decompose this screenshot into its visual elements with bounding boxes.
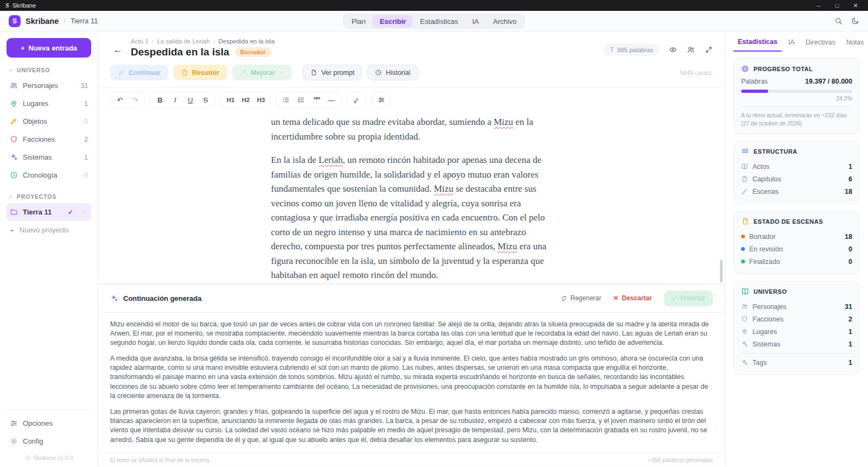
- strikethrough-button[interactable]: S: [199, 93, 213, 106]
- dark-mode-icon[interactable]: [851, 17, 859, 25]
- nav-tab-estadisticas[interactable]: Estadísticas: [413, 15, 465, 27]
- pen-icon: [118, 69, 125, 76]
- opciones-button[interactable]: Opciones: [7, 414, 91, 432]
- resumir-button[interactable]: Resumir: [174, 65, 227, 80]
- ai-generated-count: ~356 palabras generadas: [648, 457, 713, 463]
- tag-sparkles-icon: [741, 359, 748, 366]
- pen-icon: [741, 188, 748, 195]
- sidebar-item-sistemas[interactable]: Sistemas 1: [7, 148, 91, 166]
- ai-footer-note: El texto se añadirá al final de la escen…: [110, 457, 209, 463]
- back-button[interactable]: ←: [110, 42, 125, 58]
- tab-ia[interactable]: IA: [784, 39, 799, 51]
- universo-section-header[interactable]: UNIVERSO: [8, 67, 90, 73]
- project-item-tierra-11[interactable]: Tierra 11 ✓: [7, 203, 91, 221]
- breadcrumb-capitulo[interactable]: La salida de Leriah: [157, 38, 209, 45]
- highlighter-button[interactable]: [349, 93, 363, 106]
- check-icon: ✓: [68, 209, 73, 216]
- map-pin-icon: [10, 99, 18, 108]
- bold-button[interactable]: B: [153, 93, 167, 106]
- historial-button[interactable]: Historial: [367, 65, 418, 80]
- sidebar-item-personajes[interactable]: Personajes 31: [7, 77, 91, 94]
- sidebar-item-facciones[interactable]: Facciones 2: [7, 130, 91, 148]
- descartar-button[interactable]: ✕ Descartar: [613, 294, 652, 302]
- heading3-button[interactable]: H3: [254, 93, 268, 106]
- maximize-button[interactable]: □: [828, 0, 846, 11]
- stat-row-actos: Actos 1: [741, 160, 852, 173]
- search-icon[interactable]: [834, 17, 843, 25]
- underline-button[interactable]: U: [183, 93, 197, 106]
- item-count: 2: [84, 136, 88, 143]
- shield-icon: [10, 135, 18, 143]
- config-button[interactable]: Config: [7, 432, 91, 450]
- stats-tabs: Estadísticas IA Directivas Notas: [733, 31, 860, 52]
- scene-title[interactable]: Despedida en la isla: [131, 46, 229, 58]
- collaborators-icon[interactable]: [687, 46, 695, 54]
- new-entry-button[interactable]: + Nueva entrada: [7, 38, 91, 58]
- editor-settings-button[interactable]: [374, 93, 388, 106]
- tab-directivas[interactable]: Directivas: [801, 39, 840, 51]
- redo-button[interactable]: ↷: [128, 93, 142, 106]
- tab-notas[interactable]: Notas: [842, 39, 868, 51]
- close-button[interactable]: ✕: [846, 0, 865, 11]
- plus-icon: +: [21, 44, 25, 52]
- preview-eye-icon[interactable]: [669, 46, 677, 54]
- mejorar-button[interactable]: Mejorar: [232, 65, 292, 80]
- undo-button[interactable]: ↶: [113, 93, 127, 106]
- chevron-down-icon: [8, 194, 14, 200]
- stat-row-sistemas: Sistemas 1: [741, 338, 852, 350]
- proyectos-section-header[interactable]: PROYECTOS: [8, 193, 90, 200]
- scene-paragraph: un tema delicado que su madre evitaba ab…: [271, 115, 552, 144]
- chevron-down-icon: [279, 70, 284, 75]
- ver-prompt-button[interactable]: Ver prompt: [303, 65, 362, 80]
- new-project-button[interactable]: + Nuevo proyecto: [7, 221, 91, 239]
- divider-button[interactable]: —: [324, 93, 339, 106]
- header-project-name[interactable]: Tierra 11: [71, 17, 98, 25]
- breadcrumb-separator: [152, 38, 154, 45]
- tab-estadisticas[interactable]: Estadísticas: [733, 38, 782, 52]
- stat-row-lugares: Lugares 1: [741, 325, 852, 338]
- sidebar-item-cronologia[interactable]: Cronología 0: [7, 166, 91, 184]
- editor-scrollbar[interactable]: [720, 260, 723, 282]
- nav-tab-escribir[interactable]: Escribir: [373, 15, 413, 27]
- progress-note: A tu ritmo actual, terminarás en ~232 dí…: [741, 106, 852, 128]
- ai-paragraph: Las primeras gotas de lluvia cayeron, gr…: [110, 407, 713, 445]
- refresh-icon: [560, 295, 567, 302]
- status-badge: Borrador: [235, 47, 271, 57]
- continuar-button[interactable]: Continuar: [110, 65, 168, 80]
- bullet-list-button[interactable]: [279, 93, 293, 106]
- regenerar-button[interactable]: Regenerar: [560, 294, 602, 302]
- progress-label: Palabras: [741, 78, 768, 85]
- edit-project-icon[interactable]: [81, 209, 88, 216]
- heading1-button[interactable]: H1: [224, 93, 238, 106]
- fullscreen-icon[interactable]: [705, 46, 713, 54]
- sidebar-item-objetos[interactable]: Objetos 0: [7, 112, 91, 130]
- format-toolbar: ↶ ↷ B I U S H1 H2 H3 ”” —: [98, 87, 725, 112]
- insertar-button[interactable]: ✓ Insertar: [664, 291, 713, 306]
- breadcrumb-escena: Despedida en la isla: [218, 38, 275, 45]
- nav-tab-ia[interactable]: IA: [465, 15, 486, 27]
- left-sidebar: + Nueva entrada UNIVERSO Personajes 31 L…: [0, 31, 98, 466]
- history-clock-icon: [375, 69, 382, 76]
- sparkles-icon: [741, 340, 748, 348]
- stat-row-personajes: Personajes 31: [741, 300, 852, 313]
- editor-content[interactable]: un tema delicado que su madre evitaba ab…: [98, 112, 725, 284]
- progress-value: 19.397 / 80.000: [805, 78, 852, 85]
- breadcrumb-acto[interactable]: Acto 1: [131, 38, 149, 45]
- blockquote-button[interactable]: ””: [309, 93, 323, 106]
- info-icon: [25, 455, 31, 461]
- progress-bar: [741, 90, 852, 93]
- item-count: 1: [84, 100, 88, 108]
- app-icon: S: [5, 2, 9, 10]
- window-title: Skribane: [12, 2, 36, 9]
- italic-button[interactable]: I: [168, 93, 182, 106]
- ordered-list-button[interactable]: [294, 93, 308, 106]
- item-count: 0: [84, 118, 88, 125]
- sidebar-item-lugares[interactable]: Lugares 1: [7, 94, 91, 112]
- nav-tab-plan[interactable]: Plan: [344, 15, 373, 27]
- stats-sidebar: Estadísticas IA Directivas Notas PROGRES…: [725, 31, 868, 466]
- close-icon: ✕: [613, 294, 618, 302]
- nav-tab-archivo[interactable]: Archivo: [486, 15, 524, 27]
- minimize-button[interactable]: –: [809, 0, 828, 11]
- book-icon: [741, 163, 748, 170]
- heading2-button[interactable]: H2: [239, 93, 253, 106]
